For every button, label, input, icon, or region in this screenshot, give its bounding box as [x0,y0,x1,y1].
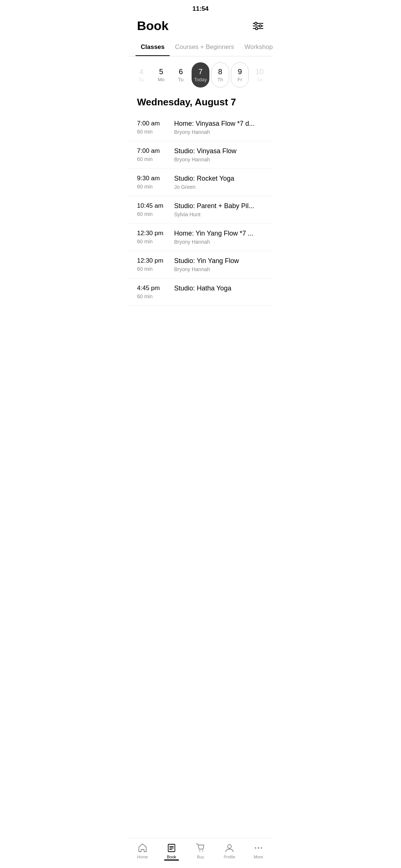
date-item-today[interactable]: 7 Today [192,62,209,88]
class-time-main: 10:45 am [137,202,174,210]
class-time: 10:45 am 60 min [137,202,174,217]
class-duration: 60 min [137,184,174,190]
class-duration: 60 min [137,239,174,244]
class-info: Studio: Parent + Baby Pil... Sylvia Hunt [174,202,264,217]
date-label: Th [217,77,223,82]
class-info: Studio: Vinyasa Flow Bryony Hannah [174,147,264,162]
class-time-main: 12:30 pm [137,230,174,237]
date-label: Tu [178,77,184,82]
status-time: 11:54 [192,5,208,13]
class-time: 12:30 pm 60 min [137,230,174,244]
class-instructor: Bryony Hannah [174,129,264,135]
class-time: 9:30 am 60 min [137,175,174,190]
class-instructor: Bryony Hannah [174,239,264,245]
date-item-mon[interactable]: 5 Mo [152,62,170,88]
class-item[interactable]: 12:30 pm 60 min Studio: Yin Yang Flow Br… [128,251,273,279]
date-item-sun[interactable]: 4 Su [133,62,150,88]
class-time: 7:00 am 60 min [137,147,174,162]
class-item[interactable]: 7:00 am 60 min Home: Vinyasa Flow *7 d..… [128,114,273,141]
class-name: Home: Vinyasa Flow *7 d... [174,120,264,128]
date-number: 4 [139,68,143,76]
date-label: Today [194,77,207,82]
date-number: 5 [159,68,163,76]
class-info: Studio: Rocket Yoga Jo Green [174,175,264,190]
class-time: 12:30 pm 60 min [137,257,174,272]
class-item[interactable]: 4:45 pm 60 min Studio: Hatha Yoga [128,279,273,306]
class-instructor: Bryony Hannah [174,157,264,162]
class-name: Studio: Hatha Yoga [174,285,264,292]
class-info: Studio: Hatha Yoga [174,285,264,294]
class-time-main: 7:00 am [137,120,174,127]
class-info: Home: Vinyasa Flow *7 d... Bryony Hannah [174,120,264,135]
class-time-main: 9:30 am [137,175,174,182]
date-label: Sa [257,77,263,82]
class-instructor: Sylvia Hunt [174,211,264,217]
class-time: 7:00 am 60 min [137,120,174,135]
class-item[interactable]: 12:30 pm 60 min Home: Yin Yang Flow *7 .… [128,224,273,251]
date-item-thu[interactable]: 8 Th [211,62,229,88]
class-time: 4:45 pm 60 min [137,285,174,299]
tab-courses[interactable]: Courses + Beginners [170,39,239,56]
date-row: 4 Su 5 Mo 6 Tu 7 Today 8 Th 9 Fr 10 Sa [128,56,273,93]
class-info: Home: Yin Yang Flow *7 ... Bryony Hannah [174,230,264,245]
date-label: Su [138,77,144,82]
filter-button[interactable] [252,20,264,32]
date-number: 9 [238,68,242,76]
tab-classes[interactable]: Classes [136,39,170,56]
status-bar: 11:54 [128,0,273,16]
date-item-tue[interactable]: 6 Tu [172,62,190,88]
class-duration: 60 min [137,129,174,135]
class-name: Studio: Rocket Yoga [174,175,264,183]
date-item-fri[interactable]: 9 Fr [231,62,249,88]
date-number: 10 [255,68,264,76]
svg-point-5 [255,27,258,30]
class-item[interactable]: 10:45 am 60 min Studio: Parent + Baby Pi… [128,196,273,224]
class-instructor: Bryony Hannah [174,266,264,272]
class-item[interactable]: 7:00 am 60 min Studio: Vinyasa Flow Bryo… [128,141,273,169]
class-duration: 60 min [137,293,174,299]
header: Book [128,16,273,39]
class-duration: 60 min [137,266,174,272]
date-item-sat[interactable]: 10 Sa [251,62,268,88]
date-number: 7 [198,68,202,76]
page-title: Book [137,19,169,33]
date-label: Mo [158,77,164,82]
class-instructor: Jo Green [174,184,264,190]
class-duration: 60 min [137,156,174,162]
class-time-main: 4:45 pm [137,285,174,292]
svg-point-3 [255,22,257,24]
date-number: 6 [179,68,183,76]
class-name: Studio: Parent + Baby Pil... [174,202,264,210]
tab-bar: Classes Courses + Beginners Workshops [128,39,273,56]
class-name: Studio: Vinyasa Flow [174,147,264,155]
class-info: Studio: Yin Yang Flow Bryony Hannah [174,257,264,272]
svg-point-4 [259,25,261,27]
date-number: 8 [218,68,222,76]
class-duration: 60 min [137,211,174,217]
class-time-main: 12:30 pm [137,257,174,264]
class-name: Studio: Yin Yang Flow [174,257,264,265]
class-list: 7:00 am 60 min Home: Vinyasa Flow *7 d..… [128,114,273,306]
day-header: Wednesday, August 7 [128,93,273,114]
tab-workshops[interactable]: Workshops [239,39,273,56]
class-time-main: 7:00 am [137,147,174,155]
class-item[interactable]: 9:30 am 60 min Studio: Rocket Yoga Jo Gr… [128,169,273,196]
class-name: Home: Yin Yang Flow *7 ... [174,230,264,237]
date-label: Fr [238,77,242,82]
